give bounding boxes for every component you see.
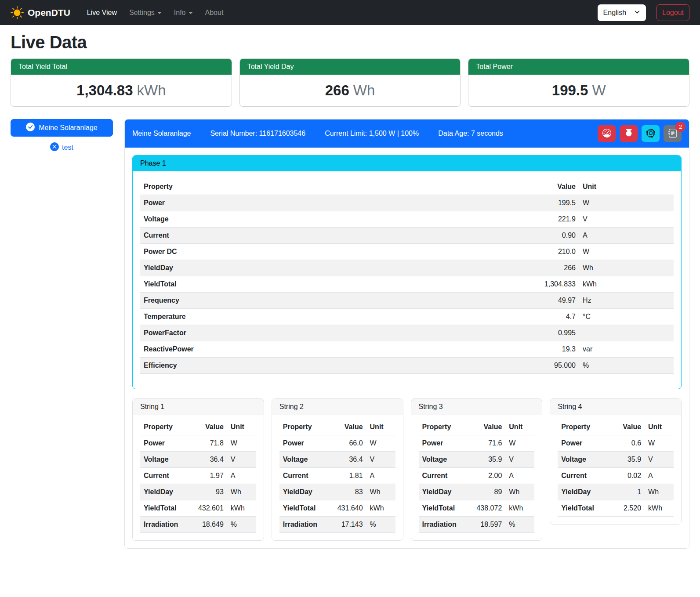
property-label: Current (140, 468, 188, 484)
property-unit: A (579, 228, 674, 244)
string-3-card: String 3 Property Value Unit (411, 398, 543, 541)
string-1-card: String 1 Property Value Unit (132, 398, 264, 541)
card-unit: Wh (353, 82, 375, 98)
property-label: YieldTotal (279, 500, 327, 517)
property-label: Current (140, 228, 526, 244)
chevron-down-icon (634, 9, 640, 17)
property-label: Power (140, 195, 526, 211)
property-label: YieldDay (140, 484, 188, 500)
property-value: 1 (605, 484, 645, 500)
property-label: Power (140, 435, 188, 452)
table-row: Power66.0W (279, 435, 395, 452)
property-value: 199.5 (526, 195, 579, 211)
card-body: 1,304.83kWh (11, 75, 232, 106)
property-label: YieldDay (558, 484, 605, 500)
string-1-table: Property Value Unit Power71.8W Voltage36… (140, 419, 256, 533)
property-label: Irradiation (140, 517, 188, 533)
sidebar-item-meine-solaranlage[interactable]: Meine Solaranlage (11, 119, 113, 137)
navbar: OpenDTU Live View Settings Info About En… (0, 0, 700, 25)
property-unit: W (579, 195, 674, 211)
property-value: 93 (188, 484, 227, 500)
property-label: YieldDay (140, 260, 526, 276)
inverter-sidebar: Meine Solaranlage test (11, 119, 113, 155)
property-value: 35.9 (605, 452, 645, 468)
table-row: Frequency49.97Hz (140, 293, 674, 309)
property-unit: kWh (505, 500, 534, 517)
table-row: Current1.81A (279, 468, 395, 484)
property-value: 71.8 (188, 435, 227, 452)
table-row: YieldDay93Wh (140, 484, 256, 500)
property-value: 0.995 (526, 325, 579, 341)
card-total-yield-total: Total Yield Total 1,304.83kWh (11, 58, 232, 107)
table-row: YieldDay89Wh (419, 484, 535, 500)
language-selected-value: English (603, 9, 626, 17)
property-label: Power DC (140, 244, 526, 260)
card-header: Total Yield Day (240, 59, 461, 75)
phase-1-header: Phase 1 (133, 156, 681, 171)
nav-item-settings[interactable]: Settings (124, 5, 167, 20)
property-unit: Wh (227, 484, 256, 500)
table-header-row: Property Value Unit (140, 179, 674, 195)
navbar-right: English Logout (598, 4, 689, 21)
property-label: Irradiation (419, 517, 466, 533)
table-row: YieldTotal2.520kWh (558, 500, 674, 517)
strings-row: String 1 Property Value Unit (132, 398, 682, 541)
property-label: YieldTotal (558, 500, 605, 517)
string-3-header: String 3 (411, 399, 542, 415)
table-header-row: Property Value Unit (419, 419, 535, 435)
property-value: 221.9 (526, 211, 579, 228)
show-set-limit-button[interactable] (598, 125, 616, 142)
nav-item-live-view[interactable]: Live View (82, 5, 122, 20)
property-value: 36.4 (327, 452, 366, 468)
phase-1-card: Phase 1 Property Value Unit (132, 155, 682, 389)
phase-1-table: Property Value Unit Power199.5W Voltage2… (140, 179, 674, 374)
property-label: Voltage (140, 211, 526, 228)
check-circle-icon (26, 123, 35, 133)
property-value: 0.6 (605, 435, 645, 452)
device-info-button[interactable] (642, 125, 660, 142)
brand[interactable]: OpenDTU (11, 6, 70, 19)
property-unit: % (366, 517, 395, 533)
property-label: Voltage (419, 452, 466, 468)
table-row: Current0.90A (140, 228, 674, 244)
nav-item-label: Live View (87, 9, 117, 17)
property-label: Voltage (279, 452, 327, 468)
property-unit: kWh (645, 500, 674, 517)
card-unit: kWh (137, 82, 166, 98)
sidebar-item-test[interactable]: test (11, 141, 113, 155)
col-unit: Unit (579, 179, 674, 195)
property-unit (579, 325, 674, 341)
card-value: 1,304.83 (76, 82, 133, 98)
nav-item-about[interactable]: About (200, 5, 229, 20)
power-toggle-button[interactable] (620, 125, 638, 142)
card-total-power: Total Power 199.5W (468, 58, 689, 107)
chevron-down-icon (189, 12, 193, 14)
property-label: Current (419, 468, 466, 484)
summary-cards-row: Total Yield Total 1,304.83kWh Total Yiel… (11, 58, 689, 107)
table-row: Voltage36.4V (279, 452, 395, 468)
col-property: Property (279, 419, 327, 435)
table-row: YieldDay1Wh (558, 484, 674, 500)
property-unit: V (579, 211, 674, 228)
inverter-name: Meine Solaranlage (132, 130, 191, 137)
string-3-table: Property Value Unit Power71.6W Voltage35… (419, 419, 535, 533)
property-value: 266 (526, 260, 579, 276)
table-row: Voltage36.4V (140, 452, 256, 468)
table-row: Power71.8W (140, 435, 256, 452)
property-value: 438.072 (466, 500, 506, 517)
property-value: 0.02 (605, 468, 645, 484)
property-unit: var (579, 341, 674, 358)
language-select[interactable]: English (598, 4, 646, 21)
sidebar-item-label: Meine Solaranlage (39, 124, 97, 132)
table-row: Irradiation17.143% (279, 517, 395, 533)
col-value: Value (188, 419, 227, 435)
col-value: Value (526, 179, 579, 195)
logout-button[interactable]: Logout (656, 4, 689, 21)
card-unit: W (592, 82, 606, 98)
nav-item-info[interactable]: Info (169, 5, 198, 20)
table-row: Irradiation18.597% (419, 517, 535, 533)
eventlog-button[interactable]: 2 (664, 125, 682, 142)
property-unit: Wh (645, 484, 674, 500)
col-property: Property (140, 179, 526, 195)
property-unit: W (579, 244, 674, 260)
